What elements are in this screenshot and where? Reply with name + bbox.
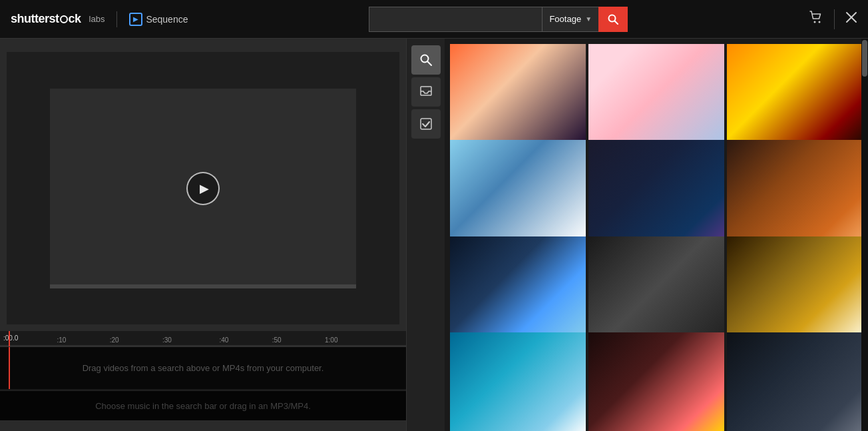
- logo-labs: labs: [89, 14, 105, 24]
- header-center: Footage ▼: [369, 7, 628, 32]
- current-time: :00.0: [1, 334, 20, 342]
- svg-point-3: [818, 21, 820, 23]
- search-tool-icon: [419, 53, 433, 67]
- video-track[interactable]: Drag videos from a search above or MP4s …: [0, 347, 406, 390]
- cart-icon: [809, 10, 823, 25]
- search-icon: [608, 14, 618, 25]
- ruler-50: :50: [272, 336, 282, 344]
- ruler-40: :40: [219, 336, 228, 344]
- header-right-divider: [834, 9, 835, 29]
- video-container: ▶: [50, 89, 356, 288]
- main: ▶ :00.0 :10 :20 :30 :40 :50 1:00: [0, 39, 868, 431]
- close-icon: [845, 11, 857, 23]
- logo: shutterstck: [11, 12, 81, 26]
- search-tool-button[interactable]: [411, 45, 441, 75]
- editor-panel: ▶ :00.0 :10 :20 :30 :40 :50 1:00: [0, 39, 445, 431]
- header-right: [809, 9, 857, 29]
- sequence-label: Sequence: [146, 14, 188, 25]
- timeline: :00.0 :10 :20 :30 :40 :50 1:00: [0, 331, 406, 431]
- close-button[interactable]: [845, 11, 857, 27]
- header: shutterstck labs ▶ Sequence Footage ▼: [0, 0, 868, 39]
- ruler-10: :10: [57, 336, 66, 344]
- inbox-tool-icon: [419, 85, 433, 99]
- scrollbar-track[interactable]: [861, 39, 868, 431]
- results-grid: [445, 39, 868, 431]
- play-button[interactable]: ▶: [186, 172, 220, 205]
- video-track-placeholder: Drag videos from a search above or MP4s …: [83, 363, 324, 373]
- thumbnail-8[interactable]: [588, 236, 724, 338]
- scrollbar-thumb[interactable]: [862, 40, 867, 77]
- timeline-ruler: :00.0 :10 :20 :30 :40 :50 1:00: [0, 331, 406, 347]
- audio-track-placeholder: Choose music in the search bar or drag i…: [95, 401, 311, 411]
- thumbnail-5[interactable]: [588, 140, 724, 242]
- ruler-20: :20: [110, 336, 119, 344]
- ruler-30: :30: [162, 336, 172, 344]
- audio-track[interactable]: Choose music in the search bar or drag i…: [0, 390, 406, 420]
- thumbnail-11[interactable]: [588, 332, 724, 431]
- editor-main: ▶ :00.0 :10 :20 :30 :40 :50 1:00: [0, 39, 406, 431]
- header-divider: [116, 11, 117, 27]
- cart-button[interactable]: [809, 10, 823, 28]
- thumbnail-9[interactable]: [727, 236, 863, 338]
- sequence-button[interactable]: ▶ Sequence: [129, 13, 188, 26]
- inbox-tool-button[interactable]: [411, 77, 441, 107]
- thumbnail-10[interactable]: [450, 332, 586, 431]
- thumbnail-6[interactable]: [727, 140, 863, 242]
- thumbnail-3[interactable]: [727, 44, 863, 146]
- check-tool-icon: [419, 117, 433, 131]
- footage-dropdown[interactable]: Footage ▼: [542, 7, 598, 32]
- thumbnail-7[interactable]: [450, 236, 586, 338]
- thumbnail-1[interactable]: [450, 44, 586, 146]
- sequence-play-icon: ▶: [129, 13, 142, 26]
- tool-sidebar: [406, 39, 445, 431]
- video-progress-bar[interactable]: [50, 284, 356, 288]
- search-panel: [445, 39, 868, 431]
- header-left: shutterstck labs ▶ Sequence: [11, 11, 188, 27]
- svg-line-8: [427, 62, 431, 66]
- ruler-100: 1:00: [325, 336, 337, 344]
- thumbnail-12[interactable]: [727, 332, 863, 431]
- search-input[interactable]: [369, 7, 542, 32]
- svg-point-2: [813, 21, 815, 23]
- check-tool-button[interactable]: [411, 109, 441, 139]
- video-preview: ▶: [7, 52, 399, 324]
- chevron-down-icon: ▼: [585, 15, 592, 23]
- ruler-marks: :00.0 :10 :20 :30 :40 :50 1:00: [0, 331, 406, 346]
- svg-line-1: [615, 21, 618, 24]
- thumbnail-4[interactable]: [450, 140, 586, 242]
- footage-label: Footage: [549, 14, 581, 24]
- playhead-ruler-marker: [9, 331, 10, 346]
- play-icon: ▶: [200, 181, 209, 196]
- thumbnail-2[interactable]: [588, 44, 724, 146]
- search-button[interactable]: [598, 7, 628, 32]
- playhead-line: [9, 347, 10, 389]
